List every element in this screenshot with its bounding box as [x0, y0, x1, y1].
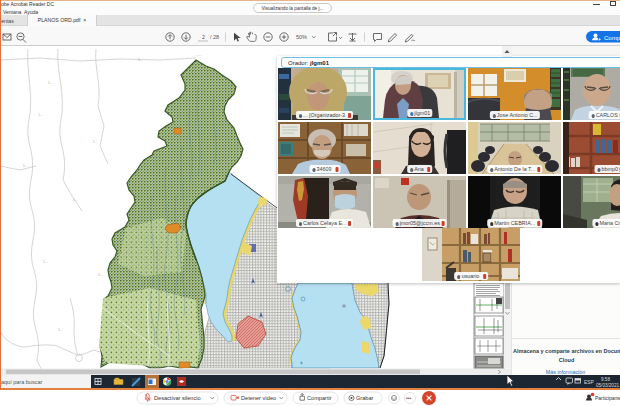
svg-text:1...: 1... [58, 328, 63, 332]
svg-text:/ 28: / 28 [210, 34, 219, 40]
svg-text:1...: 1... [48, 81, 53, 85]
svg-text:1...: 1... [38, 113, 43, 117]
svg-text:Desactivar silencio: Desactivar silencio [154, 395, 201, 401]
svg-text:1...: 1... [138, 58, 143, 62]
svg-text:Compartir: Compartir [307, 395, 332, 401]
svg-text:Grabar: Grabar [356, 395, 374, 401]
svg-text:05/03/2021: 05/03/2021 [596, 383, 619, 388]
svg-text:ESP: ESP [584, 380, 594, 385]
svg-text:1...: 1... [73, 198, 78, 202]
svg-text:1...: 1... [93, 140, 98, 144]
svg-text:•••: ••• [406, 395, 412, 401]
svg-text:9:58: 9:58 [601, 377, 610, 382]
svg-text:2: 2 [202, 34, 205, 40]
svg-text:1...: 1... [23, 164, 28, 168]
svg-text:1...: 1... [98, 273, 103, 277]
svg-text:50%: 50% [296, 34, 307, 40]
svg-text:Detener vídeo: Detener vídeo [241, 395, 276, 401]
svg-text:Participantes: Participantes [595, 395, 620, 401]
svg-text:1...: 1... [43, 260, 48, 264]
svg-text:Compa: Compa [604, 35, 620, 41]
svg-text:......: ...... [196, 53, 201, 57]
